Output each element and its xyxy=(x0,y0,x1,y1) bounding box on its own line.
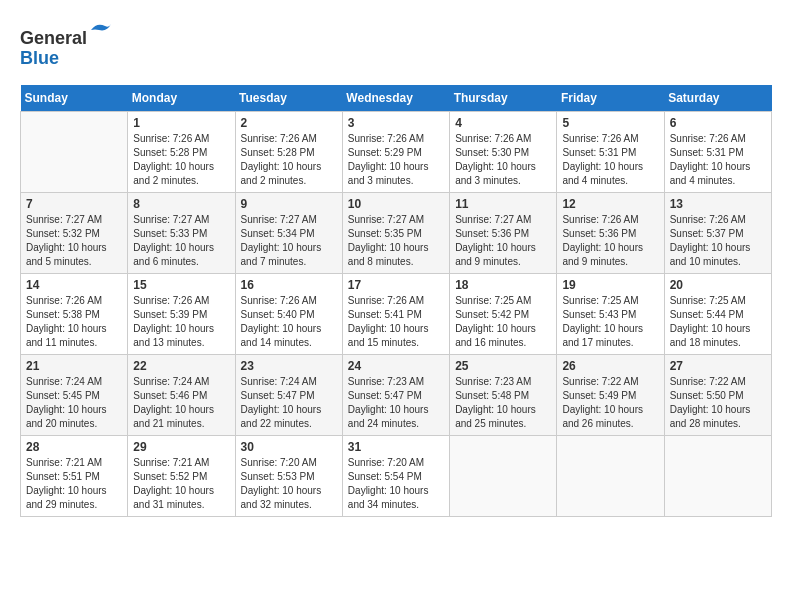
day-header-friday: Friday xyxy=(557,85,664,112)
logo-general: General xyxy=(20,28,87,48)
day-number: 22 xyxy=(133,359,229,373)
day-info: Sunrise: 7:26 AM Sunset: 5:36 PM Dayligh… xyxy=(562,213,658,269)
calendar-table: SundayMondayTuesdayWednesdayThursdayFrid… xyxy=(20,85,772,517)
calendar-cell: 4Sunrise: 7:26 AM Sunset: 5:30 PM Daylig… xyxy=(450,111,557,192)
day-header-tuesday: Tuesday xyxy=(235,85,342,112)
day-number: 5 xyxy=(562,116,658,130)
day-info: Sunrise: 7:26 AM Sunset: 5:38 PM Dayligh… xyxy=(26,294,122,350)
calendar-cell: 8Sunrise: 7:27 AM Sunset: 5:33 PM Daylig… xyxy=(128,192,235,273)
calendar-cell: 6Sunrise: 7:26 AM Sunset: 5:31 PM Daylig… xyxy=(664,111,771,192)
day-header-wednesday: Wednesday xyxy=(342,85,449,112)
day-number: 14 xyxy=(26,278,122,292)
calendar-cell: 30Sunrise: 7:20 AM Sunset: 5:53 PM Dayli… xyxy=(235,435,342,516)
calendar-cell: 21Sunrise: 7:24 AM Sunset: 5:45 PM Dayli… xyxy=(21,354,128,435)
day-info: Sunrise: 7:27 AM Sunset: 5:32 PM Dayligh… xyxy=(26,213,122,269)
day-info: Sunrise: 7:26 AM Sunset: 5:37 PM Dayligh… xyxy=(670,213,766,269)
calendar-cell: 18Sunrise: 7:25 AM Sunset: 5:42 PM Dayli… xyxy=(450,273,557,354)
day-number: 4 xyxy=(455,116,551,130)
calendar-cell: 2Sunrise: 7:26 AM Sunset: 5:28 PM Daylig… xyxy=(235,111,342,192)
calendar-cell: 19Sunrise: 7:25 AM Sunset: 5:43 PM Dayli… xyxy=(557,273,664,354)
day-number: 18 xyxy=(455,278,551,292)
day-info: Sunrise: 7:24 AM Sunset: 5:47 PM Dayligh… xyxy=(241,375,337,431)
day-number: 6 xyxy=(670,116,766,130)
days-header-row: SundayMondayTuesdayWednesdayThursdayFrid… xyxy=(21,85,772,112)
day-number: 16 xyxy=(241,278,337,292)
calendar-cell: 12Sunrise: 7:26 AM Sunset: 5:36 PM Dayli… xyxy=(557,192,664,273)
day-info: Sunrise: 7:26 AM Sunset: 5:40 PM Dayligh… xyxy=(241,294,337,350)
calendar-cell: 9Sunrise: 7:27 AM Sunset: 5:34 PM Daylig… xyxy=(235,192,342,273)
calendar-cell: 1Sunrise: 7:26 AM Sunset: 5:28 PM Daylig… xyxy=(128,111,235,192)
calendar-cell: 3Sunrise: 7:26 AM Sunset: 5:29 PM Daylig… xyxy=(342,111,449,192)
day-info: Sunrise: 7:27 AM Sunset: 5:34 PM Dayligh… xyxy=(241,213,337,269)
day-info: Sunrise: 7:20 AM Sunset: 5:53 PM Dayligh… xyxy=(241,456,337,512)
day-info: Sunrise: 7:25 AM Sunset: 5:44 PM Dayligh… xyxy=(670,294,766,350)
logo-blue: Blue xyxy=(20,48,59,68)
day-info: Sunrise: 7:25 AM Sunset: 5:42 PM Dayligh… xyxy=(455,294,551,350)
day-number: 30 xyxy=(241,440,337,454)
calendar-cell: 22Sunrise: 7:24 AM Sunset: 5:46 PM Dayli… xyxy=(128,354,235,435)
calendar-cell: 23Sunrise: 7:24 AM Sunset: 5:47 PM Dayli… xyxy=(235,354,342,435)
day-info: Sunrise: 7:24 AM Sunset: 5:45 PM Dayligh… xyxy=(26,375,122,431)
day-info: Sunrise: 7:26 AM Sunset: 5:31 PM Dayligh… xyxy=(562,132,658,188)
day-number: 31 xyxy=(348,440,444,454)
day-number: 3 xyxy=(348,116,444,130)
week-row-3: 14Sunrise: 7:26 AM Sunset: 5:38 PM Dayli… xyxy=(21,273,772,354)
day-info: Sunrise: 7:21 AM Sunset: 5:52 PM Dayligh… xyxy=(133,456,229,512)
calendar-cell: 31Sunrise: 7:20 AM Sunset: 5:54 PM Dayli… xyxy=(342,435,449,516)
logo-bird-icon xyxy=(89,20,113,40)
day-info: Sunrise: 7:26 AM Sunset: 5:29 PM Dayligh… xyxy=(348,132,444,188)
day-header-sunday: Sunday xyxy=(21,85,128,112)
day-number: 9 xyxy=(241,197,337,211)
calendar-cell: 15Sunrise: 7:26 AM Sunset: 5:39 PM Dayli… xyxy=(128,273,235,354)
day-number: 23 xyxy=(241,359,337,373)
calendar-cell xyxy=(450,435,557,516)
day-info: Sunrise: 7:25 AM Sunset: 5:43 PM Dayligh… xyxy=(562,294,658,350)
day-number: 17 xyxy=(348,278,444,292)
day-number: 7 xyxy=(26,197,122,211)
day-info: Sunrise: 7:26 AM Sunset: 5:30 PM Dayligh… xyxy=(455,132,551,188)
day-info: Sunrise: 7:20 AM Sunset: 5:54 PM Dayligh… xyxy=(348,456,444,512)
week-row-4: 21Sunrise: 7:24 AM Sunset: 5:45 PM Dayli… xyxy=(21,354,772,435)
day-number: 10 xyxy=(348,197,444,211)
day-number: 8 xyxy=(133,197,229,211)
calendar-cell: 14Sunrise: 7:26 AM Sunset: 5:38 PM Dayli… xyxy=(21,273,128,354)
day-info: Sunrise: 7:22 AM Sunset: 5:50 PM Dayligh… xyxy=(670,375,766,431)
day-number: 11 xyxy=(455,197,551,211)
day-number: 24 xyxy=(348,359,444,373)
day-number: 27 xyxy=(670,359,766,373)
day-info: Sunrise: 7:26 AM Sunset: 5:41 PM Dayligh… xyxy=(348,294,444,350)
calendar-cell: 28Sunrise: 7:21 AM Sunset: 5:51 PM Dayli… xyxy=(21,435,128,516)
calendar-cell: 16Sunrise: 7:26 AM Sunset: 5:40 PM Dayli… xyxy=(235,273,342,354)
calendar-cell: 26Sunrise: 7:22 AM Sunset: 5:49 PM Dayli… xyxy=(557,354,664,435)
page-header: General Blue xyxy=(20,20,772,69)
week-row-2: 7Sunrise: 7:27 AM Sunset: 5:32 PM Daylig… xyxy=(21,192,772,273)
week-row-5: 28Sunrise: 7:21 AM Sunset: 5:51 PM Dayli… xyxy=(21,435,772,516)
calendar-cell xyxy=(21,111,128,192)
day-number: 1 xyxy=(133,116,229,130)
day-number: 19 xyxy=(562,278,658,292)
day-info: Sunrise: 7:21 AM Sunset: 5:51 PM Dayligh… xyxy=(26,456,122,512)
calendar-cell: 10Sunrise: 7:27 AM Sunset: 5:35 PM Dayli… xyxy=(342,192,449,273)
calendar-cell: 29Sunrise: 7:21 AM Sunset: 5:52 PM Dayli… xyxy=(128,435,235,516)
calendar-cell xyxy=(557,435,664,516)
calendar-cell: 11Sunrise: 7:27 AM Sunset: 5:36 PM Dayli… xyxy=(450,192,557,273)
day-number: 28 xyxy=(26,440,122,454)
day-number: 29 xyxy=(133,440,229,454)
day-number: 21 xyxy=(26,359,122,373)
day-info: Sunrise: 7:26 AM Sunset: 5:28 PM Dayligh… xyxy=(133,132,229,188)
day-number: 13 xyxy=(670,197,766,211)
calendar-cell xyxy=(664,435,771,516)
day-info: Sunrise: 7:26 AM Sunset: 5:28 PM Dayligh… xyxy=(241,132,337,188)
calendar-cell: 17Sunrise: 7:26 AM Sunset: 5:41 PM Dayli… xyxy=(342,273,449,354)
logo: General Blue xyxy=(20,20,113,69)
day-number: 2 xyxy=(241,116,337,130)
day-number: 26 xyxy=(562,359,658,373)
calendar-cell: 7Sunrise: 7:27 AM Sunset: 5:32 PM Daylig… xyxy=(21,192,128,273)
day-number: 12 xyxy=(562,197,658,211)
day-number: 15 xyxy=(133,278,229,292)
calendar-cell: 20Sunrise: 7:25 AM Sunset: 5:44 PM Dayli… xyxy=(664,273,771,354)
day-info: Sunrise: 7:23 AM Sunset: 5:47 PM Dayligh… xyxy=(348,375,444,431)
day-header-thursday: Thursday xyxy=(450,85,557,112)
day-info: Sunrise: 7:27 AM Sunset: 5:35 PM Dayligh… xyxy=(348,213,444,269)
calendar-cell: 24Sunrise: 7:23 AM Sunset: 5:47 PM Dayli… xyxy=(342,354,449,435)
